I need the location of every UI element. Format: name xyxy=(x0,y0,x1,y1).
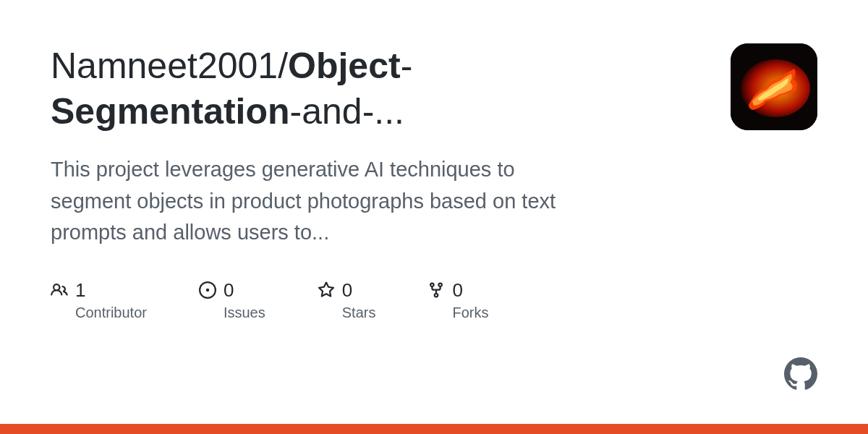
stat-label: Issues xyxy=(224,305,265,321)
language-segment xyxy=(0,424,868,434)
stat-label: Forks xyxy=(452,305,488,321)
repo-name-part: -and-... xyxy=(290,91,404,132)
github-logo-icon xyxy=(784,357,817,391)
people-icon xyxy=(51,281,68,299)
repo-title: Namneet2001/Object-Segmentation-and-... xyxy=(51,43,542,134)
repo-name-part: Object xyxy=(288,46,401,86)
fire-horse-icon xyxy=(731,43,817,130)
repo-owner: Namneet2001 xyxy=(51,46,278,86)
stat-value: 0 xyxy=(224,279,234,302)
language-bar xyxy=(0,424,868,434)
repo-name-part: Segmentation xyxy=(51,91,290,132)
stat-contributors: 1 Contributor xyxy=(51,279,147,321)
repo-description: This project leverages generative AI tec… xyxy=(51,154,600,249)
stat-value: 0 xyxy=(452,279,462,302)
issue-icon xyxy=(199,281,216,299)
star-icon xyxy=(318,281,335,299)
stat-value: 1 xyxy=(75,279,85,302)
stat-forks: 0 Forks xyxy=(427,279,488,321)
stat-stars: 0 Stars xyxy=(318,279,376,321)
stat-label: Contributor xyxy=(75,305,147,321)
stat-issues: 0 Issues xyxy=(199,279,265,321)
avatar xyxy=(731,43,817,130)
stat-label: Stars xyxy=(342,305,376,321)
fork-icon xyxy=(427,281,445,299)
stat-value: 0 xyxy=(342,279,352,302)
stats-row: 1 Contributor 0 Issues 0 Stars xyxy=(51,279,817,321)
